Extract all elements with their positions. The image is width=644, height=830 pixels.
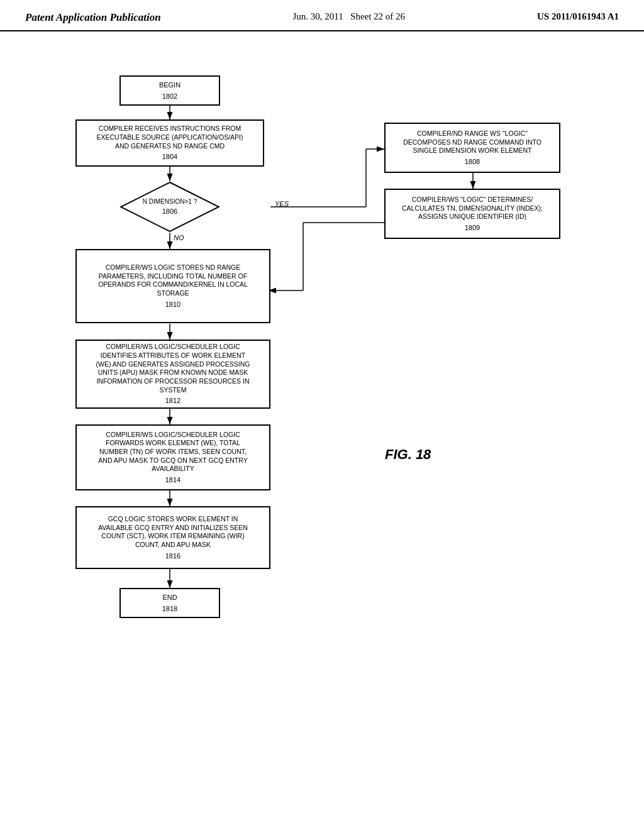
begin-box: BEGIN 1802 [119,75,220,106]
box-1816: GCQ LOGIC STORES WORK ELEMENT IN AVAILAB… [75,506,270,569]
box-1809: COMPILER/WS "LOGIC" DETERMINES/ CALCULAT… [384,189,560,239]
header-sheet: Sheet 22 of 26 [350,11,405,21]
box-1814: COMPILER/WS LOGIC/SCHEDULER LOGIC FORWAR… [75,424,270,490]
fig-label: FIG. 18 [385,446,431,463]
header-left: Patent Application Publication [25,11,161,24]
no-label: NO [174,234,184,241]
page-header: Patent Application Publication Jun. 30, … [0,0,644,31]
box-1804: COMPILER RECEIVES INSTRUCTIONS FROM EXEC… [75,119,264,167]
diamond-1806: N DIMENSION>1 ? 1806 [119,181,220,233]
header-center: Jun. 30, 2011 Sheet 22 of 26 [293,11,406,22]
header-date: Jun. 30, 2011 [293,11,343,21]
end-box: END 1818 [119,588,220,618]
header-right: US 2011/0161943 A1 [537,11,619,22]
box-1810: COMPILER/WS LOGIC STORES ND RANGE PARAME… [75,249,270,323]
box-1808: COMPILER/ND RANGE WS "LOGIC" DECOMPOSES … [384,123,560,173]
yes-label: YES [275,200,289,208]
diagram-area: BEGIN 1802 COMPILER RECEIVES INSTRUCTION… [0,31,644,792]
box-1812: COMPILER/WS LOGIC/SCHEDULER LOGIC IDENTI… [75,340,270,409]
